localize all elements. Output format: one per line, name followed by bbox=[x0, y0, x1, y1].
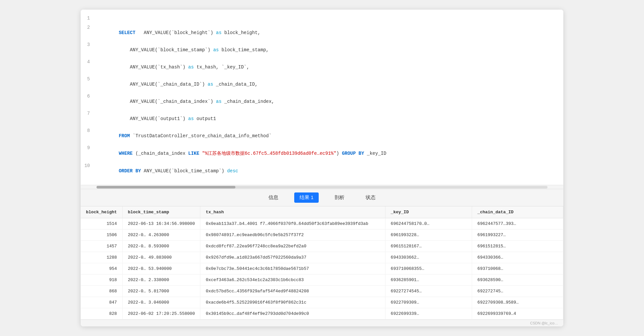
cell-key-id: 696244758170…0… bbox=[385, 218, 472, 230]
sql-code-7: ANY_VALUE(`output1`) as output1 bbox=[97, 111, 563, 127]
cell-tx-hash: 0xdc57bd5cc…4356f929afaf54f4ed9f48824208 bbox=[200, 286, 385, 297]
cell-tx-hash: 0x980748917…ec9eaedb96c5fc9e5b257f37f2 bbox=[200, 230, 385, 241]
sql-code-10: ORDER BY ANY_VALUE(`block_time_stamp`) d… bbox=[97, 163, 563, 179]
cell-block-time: 2022-0… 49.883000 bbox=[122, 252, 200, 263]
result-tabs: 信息 结果 1 剖析 状态 bbox=[81, 189, 563, 206]
sql-line-7: 7 ANY_VALUE(`output1`) as output1 bbox=[81, 110, 563, 127]
tab-result1[interactable]: 结果 1 bbox=[294, 192, 319, 203]
table-header-row: block_height block_time_stamp tx_hash _k… bbox=[81, 206, 563, 218]
scrollbar-track bbox=[97, 186, 547, 189]
cell-block-height: 847 bbox=[81, 297, 122, 308]
sql-code-4: ANY_VALUE(`tx_hash`) as tx_hash, `_key_I… bbox=[97, 59, 563, 75]
cell-chain-data-id: 694330366… bbox=[472, 252, 563, 263]
table-body: 1514 2022-06-13 16:34:56.998000 0x0eab11… bbox=[81, 218, 563, 319]
line-number-10: 10 bbox=[81, 163, 97, 168]
footer: CSDN @lc_ico… bbox=[81, 319, 563, 326]
sql-line-10: 10 ORDER BY ANY_VALUE(`block_time_stamp`… bbox=[81, 162, 563, 180]
sql-code-9: WHERE (_chain_data_index LIKE "%江苏各地级市数据… bbox=[97, 145, 563, 162]
cell-tx-hash: 0xcef3463a6…262c534e1c2a2303c1b6cbcc83 bbox=[200, 274, 385, 286]
col-header-block-time-stamp: block_time_stamp bbox=[122, 206, 200, 218]
cell-chain-data-id: 693628590… bbox=[472, 274, 563, 286]
sql-line-9: 9 WHERE (_chain_data_index LIKE "%江苏各地级市… bbox=[81, 145, 563, 162]
cell-block-height: 1457 bbox=[81, 241, 122, 252]
table-row[interactable]: 1457 2022-0… 8.593000 0xdcd8fcf87…22ea96… bbox=[81, 241, 563, 252]
cell-block-time: 2022-06-02 17:20:25.558000 bbox=[122, 308, 200, 319]
cell-chain-data-id: 6961993227… bbox=[472, 230, 563, 241]
sql-line-8: 8 FROM `TrustDataController_store_chain_… bbox=[81, 127, 563, 145]
cell-key-id: 6936285901… bbox=[385, 274, 472, 286]
cell-block-time: 2022-0… 2.338000 bbox=[122, 274, 200, 286]
horizontal-scrollbar[interactable] bbox=[81, 185, 563, 189]
line-number-2: 2 bbox=[81, 25, 97, 30]
col-header-tx-hash: tx_hash bbox=[200, 206, 385, 218]
col-header-block-height: block_height bbox=[81, 206, 122, 218]
cell-block-time: 2022-0… 8.593000 bbox=[122, 241, 200, 252]
table-row[interactable]: 847 2022-0… 3.046000 0xacde6b4f5…5252209… bbox=[81, 297, 563, 308]
cell-tx-hash: 0x9267dfd9e…a1d823a667dd57f022560da9a37 bbox=[200, 252, 385, 263]
cell-key-id: 6961993228… bbox=[385, 230, 472, 241]
table-row[interactable]: 868 2022-0… 5.817000 0xdc57bd5cc…4356f92… bbox=[81, 286, 563, 297]
cell-key-id: 69615128167… bbox=[385, 241, 472, 252]
cell-block-time: 2022-0… 4.263000 bbox=[122, 230, 200, 241]
cell-block-height: 1288 bbox=[81, 252, 122, 263]
table-row[interactable]: 828 2022-06-02 17:20:25.558000 0x30145b9… bbox=[81, 308, 563, 319]
cell-block-height: 1506 bbox=[81, 230, 122, 241]
cell-chain-data-id: 692272745… bbox=[472, 286, 563, 297]
tab-analyze[interactable]: 剖析 bbox=[329, 192, 350, 203]
sql-line-3: 3 ANY_VALUE(`block_time_stamp`) as block… bbox=[81, 41, 563, 59]
cell-chain-data-id: 693710068… bbox=[472, 263, 563, 274]
cell-key-id: 69227274545… bbox=[385, 286, 472, 297]
scrollbar-thumb[interactable] bbox=[97, 186, 235, 189]
cell-chain-data-id: 6962447577…393… bbox=[472, 218, 563, 230]
sql-code-3: ANY_VALUE(`block_time_stamp`) as block_t… bbox=[97, 42, 563, 58]
cell-block-time: 2022-0… 53.940000 bbox=[122, 263, 200, 274]
cell-key-id: 6922709309… bbox=[385, 297, 472, 308]
tab-info[interactable]: 信息 bbox=[263, 192, 284, 203]
cell-key-id: 693710068355… bbox=[385, 263, 472, 274]
sql-editor: 1 2 SELECT ANY_VALUE(`block_height`) as … bbox=[81, 10, 563, 185]
cell-block-height: 954 bbox=[81, 263, 122, 274]
table-row[interactable]: 1514 2022-06-13 16:34:56.998000 0x0eab11… bbox=[81, 218, 563, 230]
table-row[interactable]: 1288 2022-0… 49.883000 0x9267dfd9e…a1d82… bbox=[81, 252, 563, 263]
sql-code-6: ANY_VALUE(`_chain_data_index`) as _chain… bbox=[97, 94, 563, 109]
cell-tx-hash: 0x0e7cbc73e…50441ec4c3c6b17850dae5671b57 bbox=[200, 263, 385, 274]
cell-chain-data-id: 6961512815… bbox=[472, 241, 563, 252]
cell-tx-hash: 0xacde6b4f5…5252209016f463f8f90f862c31c bbox=[200, 297, 385, 308]
table-row[interactable]: 1506 2022-0… 4.263000 0x980748917…ec9eae… bbox=[81, 230, 563, 241]
footer-text: CSDN @lc_ico… bbox=[530, 321, 558, 325]
cell-block-height: 828 bbox=[81, 308, 122, 319]
cell-block-time: 2022-06-13 16:34:56.998000 bbox=[122, 218, 200, 230]
cell-chain-data-id: 6922709308…9589… bbox=[472, 297, 563, 308]
table-row[interactable]: 954 2022-0… 53.940000 0x0e7cbc73e…50441e… bbox=[81, 263, 563, 274]
sql-code-8: FROM `TrustDataController_store_chain_da… bbox=[97, 128, 563, 144]
cell-key-id: 6922699339… bbox=[385, 308, 472, 319]
cell-chain-data-id: 6922699339769…4 bbox=[472, 308, 563, 319]
sql-line-1: 1 bbox=[81, 15, 563, 24]
sql-code-5: ANY_VALUE(`_chain_data_ID`) as _chain_da… bbox=[97, 76, 563, 92]
sql-line-6: 6 ANY_VALUE(`_chain_data_index`) as _cha… bbox=[81, 93, 563, 110]
main-container: 1 2 SELECT ANY_VALUE(`block_height`) as … bbox=[81, 10, 563, 326]
line-number-9: 9 bbox=[81, 145, 97, 150]
cell-block-height: 868 bbox=[81, 286, 122, 297]
col-header-chain-data-id: _chain_data_ID bbox=[472, 206, 563, 218]
tab-status[interactable]: 状态 bbox=[360, 192, 381, 203]
cell-block-height: 1514 bbox=[81, 218, 122, 230]
line-number-4: 4 bbox=[81, 59, 97, 64]
col-header-key-id: _key_ID bbox=[385, 206, 472, 218]
results-table: block_height block_time_stamp tx_hash _k… bbox=[81, 206, 563, 319]
line-number-8: 8 bbox=[81, 128, 97, 133]
sql-code-2: SELECT ANY_VALUE(`block_height`) as bloc… bbox=[97, 25, 563, 41]
sql-line-2: 2 SELECT ANY_VALUE(`block_height`) as bl… bbox=[81, 24, 563, 41]
line-number-7: 7 bbox=[81, 111, 97, 116]
sql-line-5: 5 ANY_VALUE(`_chain_data_ID`) as _chain_… bbox=[81, 76, 563, 93]
table-row[interactable]: 918 2022-0… 2.338000 0xcef3463a6…262c534… bbox=[81, 274, 563, 286]
line-number-3: 3 bbox=[81, 42, 97, 47]
cell-key-id: 6943303662… bbox=[385, 252, 472, 263]
table-header: block_height block_time_stamp tx_hash _k… bbox=[81, 206, 563, 218]
cell-tx-hash: 0xdcd8fcf87…22ea96f7248cc8ea9a22befd2a0 bbox=[200, 241, 385, 252]
sql-line-4: 4 ANY_VALUE(`tx_hash`) as tx_hash, `_key… bbox=[81, 59, 563, 76]
cell-block-time: 2022-0… 5.817000 bbox=[122, 286, 200, 297]
line-number-5: 5 bbox=[81, 76, 97, 82]
line-number-6: 6 bbox=[81, 94, 97, 99]
cell-block-height: 918 bbox=[81, 274, 122, 286]
